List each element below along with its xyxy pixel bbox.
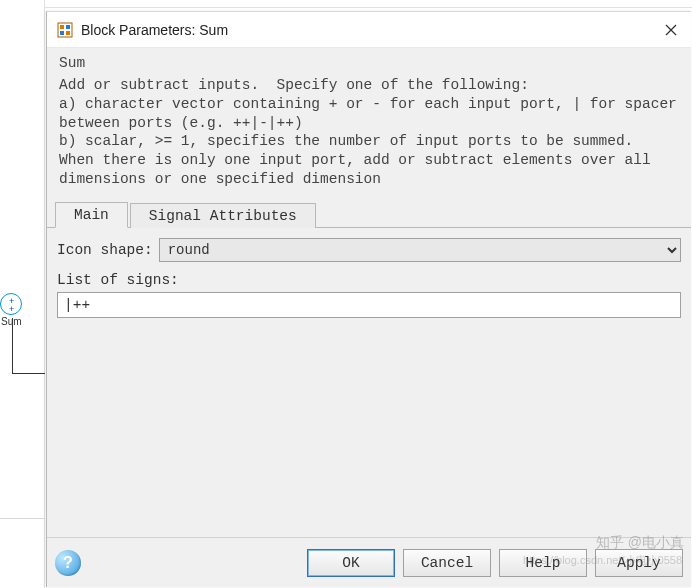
list-of-signs-input[interactable] — [57, 292, 681, 318]
apply-button[interactable]: Apply — [595, 549, 683, 577]
help-button[interactable]: Help — [499, 549, 587, 577]
signal-wire — [12, 373, 45, 374]
canvas-top-divider — [0, 0, 692, 8]
block-description: Add or subtract inputs. Specify one of t… — [59, 76, 679, 189]
svg-rect-2 — [66, 25, 70, 29]
ok-button[interactable]: OK — [307, 549, 395, 577]
plus-icon: + — [9, 304, 14, 314]
svg-rect-1 — [60, 25, 64, 29]
description-panel: Sum Add or subtract inputs. Specify one … — [47, 48, 691, 199]
svg-rect-3 — [60, 31, 64, 35]
titlebar: Block Parameters: Sum — [47, 12, 691, 48]
signal-wire — [12, 318, 13, 374]
app-icon — [57, 22, 73, 38]
help-icon[interactable]: ? — [55, 550, 81, 576]
block-parameters-dialog: Block Parameters: Sum Sum Add or subtrac… — [46, 11, 691, 587]
dialog-footer: ? OK Cancel Help Apply — [47, 537, 691, 587]
tab-content-main: Icon shape: round List of signs: — [47, 227, 691, 537]
sum-block-circle: + + — [0, 293, 22, 315]
svg-rect-4 — [66, 31, 70, 35]
simulink-canvas[interactable]: + + Sum — [0, 0, 45, 588]
icon-shape-label: Icon shape: — [57, 242, 153, 258]
cancel-button[interactable]: Cancel — [403, 549, 491, 577]
canvas-bottom-divider — [0, 518, 45, 519]
tab-signal-attributes[interactable]: Signal Attributes — [130, 203, 316, 228]
list-of-signs-label: List of signs: — [57, 272, 681, 288]
icon-shape-select[interactable]: round — [159, 238, 681, 262]
window-title: Block Parameters: Sum — [81, 22, 659, 38]
tab-row: Main Signal Attributes — [47, 199, 691, 227]
close-icon[interactable] — [659, 18, 683, 42]
block-name: Sum — [59, 54, 679, 73]
tab-main[interactable]: Main — [55, 202, 128, 228]
sum-block[interactable]: + + Sum — [0, 293, 24, 317]
